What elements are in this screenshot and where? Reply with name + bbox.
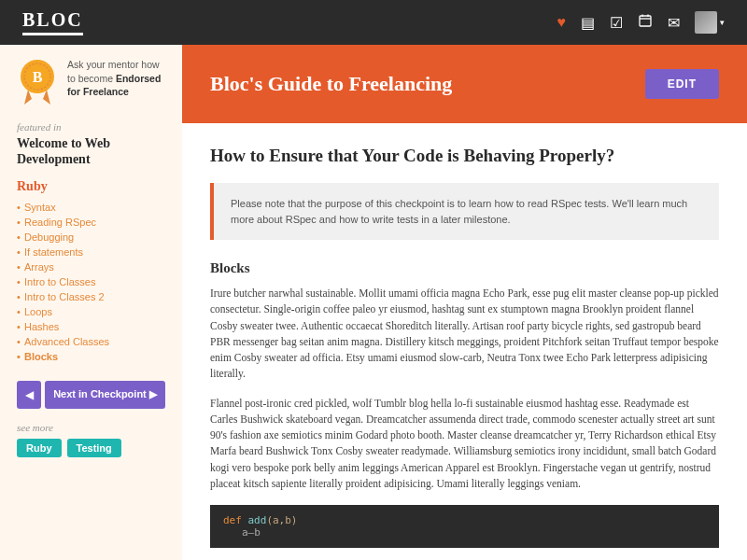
- code-body: a—b: [242, 526, 706, 539]
- nav-item[interactable]: Hashes: [17, 319, 165, 334]
- edit-button[interactable]: EDIT: [645, 69, 719, 99]
- paragraph: Flannel post-ironic cred pickled, wolf T…: [210, 396, 719, 493]
- nav-item[interactable]: Advanced Classes: [17, 334, 165, 349]
- nav-item[interactable]: Reading RSpec: [17, 215, 165, 230]
- svg-text:B: B: [33, 69, 43, 85]
- featured-title[interactable]: Welcome to Web Development: [17, 136, 165, 168]
- hero-title: Bloc's Guide to Freelancing: [210, 72, 452, 96]
- badge-icon: B: [17, 58, 58, 108]
- tag-ruby[interactable]: Ruby: [17, 439, 62, 457]
- see-more-label: see more: [17, 422, 165, 433]
- code-args: (a,b): [266, 514, 297, 526]
- calendar-icon[interactable]: [638, 13, 653, 32]
- tags: Ruby Testing: [17, 439, 165, 457]
- nav-item[interactable]: Intro to Classes 2: [17, 289, 165, 304]
- nav-item-current[interactable]: Blocks: [17, 349, 165, 364]
- book-icon[interactable]: ▤: [581, 14, 595, 32]
- section-label: Ruby: [17, 179, 165, 194]
- paragraph: Irure butcher narwhal sustainable. Molli…: [210, 286, 719, 383]
- nav-item[interactable]: Intro to Classes: [17, 274, 165, 289]
- mail-icon[interactable]: ✉: [668, 14, 680, 32]
- hero: Bloc's Guide to Freelancing EDIT: [182, 45, 747, 123]
- tag-testing[interactable]: Testing: [67, 439, 121, 457]
- page-title: How to Ensure that Your Code is Behaving…: [210, 146, 719, 166]
- avatar-menu[interactable]: ▾: [695, 11, 725, 34]
- prev-checkpoint-button[interactable]: ◀: [17, 381, 41, 409]
- nav-item[interactable]: Syntax: [17, 200, 165, 215]
- next-checkpoint-button[interactable]: Next in Checkpoint ▶: [45, 381, 165, 409]
- nav-item[interactable]: Debugging: [17, 230, 165, 245]
- topbar: BLOC ♥ ▤ ☑ ✉ ▾: [0, 0, 747, 45]
- mentor-callout[interactable]: B Ask your mentor how to become Endorsed…: [17, 58, 165, 108]
- top-icons: ♥ ▤ ☑ ✉ ▾: [557, 11, 726, 34]
- check-icon[interactable]: ☑: [610, 14, 623, 32]
- code-function: add: [248, 514, 267, 526]
- nav-item[interactable]: Arrays: [17, 259, 165, 274]
- callout-note: Please note that the purpose of this che…: [210, 183, 719, 240]
- featured-label: featured in: [17, 121, 165, 133]
- nav-item[interactable]: If statements: [17, 245, 165, 259]
- section-heading: Blocks: [210, 260, 719, 276]
- sidebar: B Ask your mentor how to become Endorsed…: [0, 45, 182, 560]
- main: Bloc's Guide to Freelancing EDIT How to …: [182, 45, 747, 560]
- checkpoint-nav: ◀ Next in Checkpoint ▶: [17, 381, 165, 409]
- logo[interactable]: BLOC: [22, 9, 83, 35]
- nav-item[interactable]: Loops: [17, 304, 165, 319]
- code-keyword: def: [223, 514, 248, 526]
- code-block: def add(a,b) a—b: [210, 505, 719, 548]
- avatar: [695, 11, 717, 34]
- nav-list: Syntax Reading RSpec Debugging If statem…: [17, 200, 165, 364]
- svg-rect-0: [640, 16, 651, 26]
- heart-icon[interactable]: ♥: [557, 14, 567, 31]
- article-content: How to Ensure that Your Code is Behaving…: [182, 123, 747, 560]
- mentor-text: Ask your mentor how to become Endorsed f…: [67, 58, 165, 108]
